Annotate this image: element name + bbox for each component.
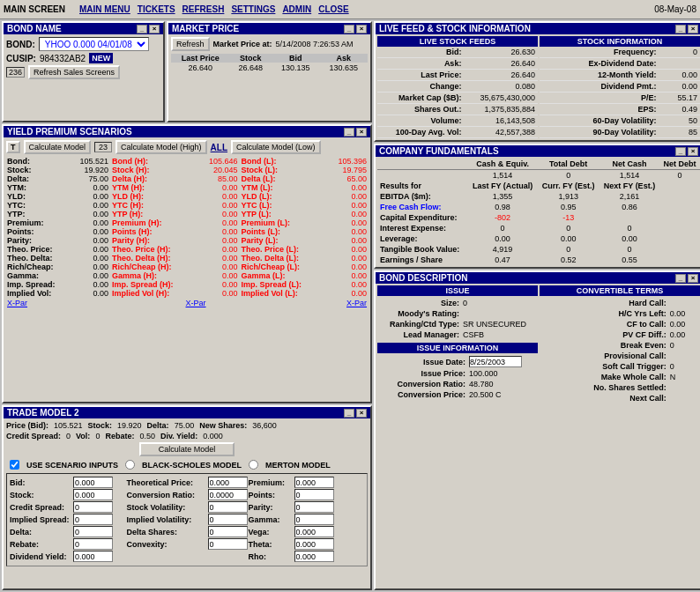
yield-label-6: YTP: <box>5 210 63 218</box>
model-left-label-1: Stock: <box>10 491 71 500</box>
model-left-input-1[interactable] <box>73 489 113 500</box>
yield-l-label-8: Points (L): <box>239 227 322 236</box>
calc-low-btn[interactable]: Calculate Model (Low) <box>231 140 321 154</box>
model-right-input-4[interactable] <box>294 526 334 537</box>
model-section: Bid:Stock:Credit Spread:Implied Spread:D… <box>6 473 368 566</box>
calc-high-btn[interactable]: Calculate Model (High) <box>115 140 207 154</box>
fund-cell-6-2: 0.55 <box>599 255 659 265</box>
yield-l-label-7: Premium (L): <box>239 218 322 227</box>
model-mid-input-0[interactable] <box>208 477 248 488</box>
div-yield-label: Div. Yield: <box>160 432 197 440</box>
live-label-5: Shares Out.: <box>377 104 464 115</box>
conv-val-9 <box>668 393 700 403</box>
model-left-row: Dividend Yield: <box>10 551 126 562</box>
issue-val-2: SR UNSECURED <box>461 319 538 329</box>
issue-row: Size: 0 <box>377 298 538 308</box>
menu-settings[interactable]: SETTINGS <box>231 4 275 14</box>
yield-h-label-4: YLD (H): <box>110 192 193 201</box>
yield-row: Points: 0.00 Points (H): 0.00 Points (L)… <box>5 227 369 236</box>
trade-close-btn[interactable]: × <box>356 409 367 418</box>
model-right-input-0[interactable] <box>294 477 334 488</box>
issue-info-val-0[interactable] <box>467 355 538 368</box>
model-right-input-5[interactable] <box>294 538 334 550</box>
menu-close[interactable]: CLOSE <box>318 4 348 14</box>
yield-row: YTP: 0.00 YTP (H): 0.00 YTP (L): 0.00 <box>5 210 369 218</box>
bs-model-radio[interactable] <box>125 460 135 470</box>
yield-h-val-12: 0.00 <box>193 263 240 271</box>
menu-main[interactable]: MAIN MENU <box>79 4 130 14</box>
calc-model-btn[interactable]: Calculate Model <box>24 140 92 154</box>
trade-calc-btn[interactable]: Calculate Model <box>139 442 235 456</box>
model-right-input-2[interactable] <box>294 501 334 513</box>
model-left-input-3[interactable] <box>73 514 113 525</box>
live-close-btn[interactable]: × <box>688 25 698 33</box>
use-scenario-checkbox[interactable] <box>10 460 19 470</box>
model-left-input-2[interactable] <box>73 501 113 513</box>
model-mid-input-3[interactable] <box>208 514 248 525</box>
merton-radio[interactable] <box>249 460 258 470</box>
model-right-input-1[interactable] <box>294 489 334 500</box>
issue-date-input[interactable] <box>469 356 522 367</box>
fund-cell-1-2: 0.86 <box>599 202 659 212</box>
refresh-sales-btn[interactable]: Refresh Sales Screens <box>28 65 120 79</box>
price-header-3: Ask <box>319 54 368 63</box>
yield-val-13: 0.00 <box>63 271 110 280</box>
yield-l-val-13: 0.00 <box>322 271 369 280</box>
bond-close-btn[interactable]: × <box>149 25 160 33</box>
xpar-link-3[interactable]: X-Par <box>346 299 367 307</box>
trade-minimize-btn[interactable]: _ <box>344 409 354 418</box>
market-close-btn[interactable]: × <box>356 25 367 33</box>
model-mid-label-1: Conversion Ratio: <box>127 491 206 500</box>
company-fund-header: COMPANY FUNDAMENTALS _ × <box>376 145 700 157</box>
model-left-input-0[interactable] <box>73 477 113 488</box>
model-left-input-6[interactable] <box>73 551 113 562</box>
menu-tickets[interactable]: TICKETS <box>138 4 175 14</box>
yield-l-val-1: 19.795 <box>322 166 369 174</box>
fund-data-row: EBITDA ($m):1,3551,9132,161 <box>377 191 700 202</box>
menu-bar: MAIN SCREEN MAIN MENU TICKETS REFRESH SE… <box>0 0 700 19</box>
yield-premium-title: YIELD PREMIUM SCENARIOS <box>7 127 132 137</box>
live-val-6: 16,143,508 <box>464 115 538 127</box>
all-link[interactable]: ALL <box>211 143 227 152</box>
model-left-input-4[interactable] <box>73 526 113 537</box>
fund-minimize-btn[interactable]: _ <box>675 147 686 156</box>
model-left-input-5[interactable] <box>73 538 113 550</box>
fund-results-fy-row: Results forLast FY (Actual)Curr. FY (Est… <box>377 181 700 191</box>
fund-close-btn[interactable]: × <box>688 147 698 156</box>
fund-val-0: 1,514 <box>468 170 538 181</box>
conv-label-9: Next Call: <box>540 393 668 403</box>
yield-h-val-0: 105.646 <box>193 157 240 166</box>
cusip-label: CUSIP: <box>6 54 36 63</box>
model-right-input-3[interactable] <box>294 514 334 525</box>
issue-info-label: ISSUE INFORMATION <box>377 343 538 353</box>
model-mid-input-5[interactable] <box>208 538 248 550</box>
model-right-input-6[interactable] <box>294 551 334 562</box>
bond-desc-close-btn[interactable]: × <box>688 274 698 283</box>
conv-row: Next Call: <box>540 393 700 403</box>
yield-close-btn[interactable]: × <box>356 128 367 137</box>
model-mid-input-2[interactable] <box>208 501 248 513</box>
xpar-link-2[interactable]: X-Par <box>186 299 206 307</box>
yield-minimize-btn[interactable]: _ <box>344 128 354 137</box>
bond-name-title: BOND NAME <box>7 24 62 33</box>
model-mid-input-4[interactable] <box>208 526 248 537</box>
live-minimize-btn[interactable]: _ <box>675 25 686 33</box>
rebate-label: Rebate: <box>105 432 134 440</box>
bond-desc-minimize-btn[interactable]: _ <box>675 274 686 283</box>
model-right-label-3: Gamma: <box>249 515 293 524</box>
menu-refresh[interactable]: REFRESH <box>182 4 225 14</box>
conv-row: No. Shares Settled: <box>540 382 700 393</box>
menu-admin[interactable]: ADMIN <box>282 4 311 14</box>
model-mid-input-1[interactable] <box>208 489 248 500</box>
live-label-1: Ask: <box>377 58 464 70</box>
bond-minimize-btn[interactable]: _ <box>137 25 147 33</box>
yield-l-label-13: Gamma (L): <box>239 271 322 280</box>
xpar-link-1[interactable]: X-Par <box>7 299 27 307</box>
bond-select[interactable]: YHOO 0.000 04/01/08 <box>39 37 149 51</box>
market-refresh-btn[interactable]: Refresh <box>171 37 210 51</box>
stock-val-0: 0 <box>659 47 700 58</box>
market-minimize-btn[interactable]: _ <box>344 25 354 33</box>
yield-l-val-10: 0.00 <box>322 245 369 254</box>
issue-label: ISSUE <box>377 285 538 296</box>
t-button[interactable]: T <box>6 141 20 153</box>
